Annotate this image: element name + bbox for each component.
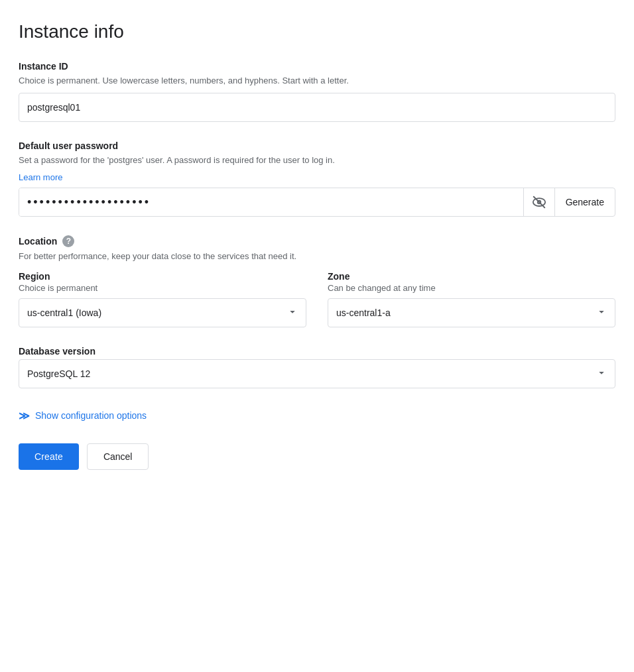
region-description: Choice is permanent: [19, 283, 306, 293]
password-toggle-button[interactable]: [523, 188, 554, 216]
zone-label: Zone: [328, 271, 615, 282]
create-button[interactable]: Create: [19, 443, 79, 470]
default-password-description: Set a password for the 'postgres' user. …: [19, 154, 615, 167]
region-zone-row: Region Choice is permanent us-central1 (…: [19, 271, 615, 327]
database-version-label: Database version: [19, 346, 615, 357]
learn-more-link[interactable]: Learn more: [19, 172, 62, 182]
password-input[interactable]: [19, 188, 523, 216]
location-section: Location ? For better performance, keep …: [19, 235, 615, 327]
page-title: Instance info: [19, 21, 615, 42]
zone-description: Can be changed at any time: [328, 283, 615, 293]
database-version-select-wrapper: PostgreSQL 12 PostgreSQL 11 PostgreSQL 1…: [19, 359, 615, 388]
zone-select[interactable]: us-central1-a us-central1-b us-central1-…: [328, 298, 615, 327]
show-config-row: ≫ Show configuration options: [19, 410, 615, 422]
cancel-button[interactable]: Cancel: [87, 443, 149, 470]
location-title-row: Location ?: [19, 235, 615, 247]
region-select-wrapper: us-central1 (Iowa) us-east1 (South Carol…: [19, 298, 306, 327]
chevron-down-icon: ≫: [19, 410, 30, 422]
instance-id-description: Choice is permanent. Use lowercase lette…: [19, 74, 615, 87]
region-select[interactable]: us-central1 (Iowa) us-east1 (South Carol…: [19, 298, 306, 327]
show-config-label: Show configuration options: [35, 410, 147, 421]
zone-column: Zone Can be changed at any time us-centr…: [328, 271, 615, 327]
generate-button[interactable]: Generate: [554, 188, 615, 216]
region-column: Region Choice is permanent us-central1 (…: [19, 271, 306, 327]
instance-id-label: Instance ID: [19, 61, 615, 72]
region-label: Region: [19, 271, 306, 282]
database-version-select[interactable]: PostgreSQL 12 PostgreSQL 11 PostgreSQL 1…: [19, 359, 615, 388]
password-wrapper: Generate: [19, 188, 615, 217]
actions-row: Create Cancel: [19, 443, 615, 470]
show-configuration-options-button[interactable]: ≫ Show configuration options: [19, 410, 147, 422]
instance-id-input[interactable]: [19, 93, 615, 122]
default-password-label: Default user password: [19, 140, 615, 151]
database-version-section: Database version PostgreSQL 12 PostgreSQ…: [19, 346, 615, 388]
location-description: For better performance, keep your data c…: [19, 250, 615, 263]
eye-icon: [532, 195, 546, 209]
instance-id-section: Instance ID Choice is permanent. Use low…: [19, 61, 615, 122]
location-help-icon[interactable]: ?: [62, 235, 74, 247]
default-password-section: Default user password Set a password for…: [19, 140, 615, 217]
zone-select-wrapper: us-central1-a us-central1-b us-central1-…: [328, 298, 615, 327]
location-label: Location: [19, 236, 57, 247]
